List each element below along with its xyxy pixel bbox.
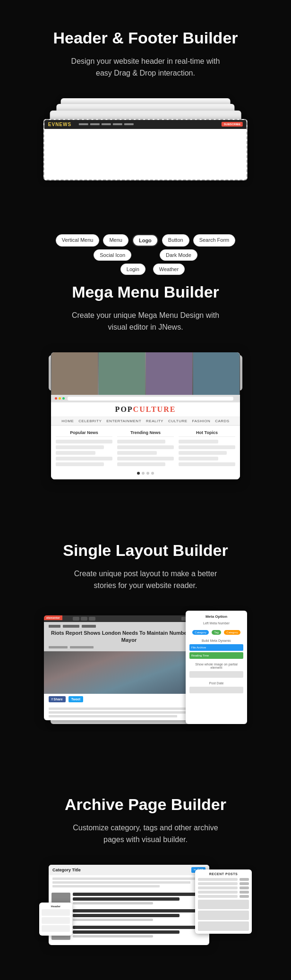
- mega-col-popular-title: Popular News: [56, 430, 112, 437]
- mega-item: [56, 462, 104, 466]
- archive-article-text-2: [73, 909, 206, 921]
- panel-section-2: Build Meta Dynamic File Archive Reading …: [189, 639, 243, 659]
- mega-item: [179, 457, 218, 460]
- sidebar-label-2: [198, 882, 238, 885]
- sidebar-thumbnails: [198, 900, 249, 931]
- mega-col-trending: Trending News: [117, 430, 174, 468]
- article-title: Riots Report Shows London Needs To Maint…: [49, 630, 209, 644]
- nav-item-culture: CULTURE: [168, 419, 188, 423]
- toolbar-social-icon[interactable]: Social Icon: [94, 249, 131, 261]
- mega-item: [179, 451, 227, 455]
- mega-menu-top-image: [51, 352, 240, 395]
- archive-preview: Category Title ✏ Edit: [39, 865, 252, 980]
- toolbar-search-form[interactable]: Search Form: [193, 234, 236, 247]
- sidebar-item-4: [198, 891, 249, 894]
- pop-menu-nav: HOME CELEBRITY ENTERTAINMENT REALITY CUL…: [51, 417, 240, 426]
- img-block-2: [99, 352, 145, 395]
- toolbar-row-2: Social Icon Dark Mode: [94, 249, 197, 261]
- nav-item-celebrity: CELEBRITY: [78, 419, 102, 423]
- builder-toolbar: Vertical Menu Menu Logo Button Search Fo…: [37, 230, 254, 279]
- sidebar-label-1: [198, 878, 238, 881]
- pop-culture-bar: POPCULTURE: [51, 402, 240, 417]
- sidebar-item-5: [198, 895, 249, 898]
- header-panel-label: Header: [42, 905, 70, 908]
- nav-item-fashion: FASHION: [192, 419, 211, 423]
- share-facebook-btn[interactable]: f Share: [49, 696, 66, 702]
- nav-item-entertainment: ENTERTAINMENT: [106, 419, 141, 423]
- mega-item: [179, 462, 235, 466]
- sidebar-card-title: RECENT POSTS: [198, 872, 249, 876]
- archive-desc: Customize category, tags and other archi…: [65, 822, 226, 846]
- panel-label-post-date: Post Date: [189, 682, 243, 685]
- single-layout-title: Single Layout Builder: [19, 541, 272, 560]
- share-twitter-btn[interactable]: Tweet: [68, 696, 83, 702]
- toolbar-dark-mode[interactable]: Dark Mode: [160, 249, 197, 261]
- nav-item-reality: REALITY: [146, 419, 163, 423]
- panel-tag-tag[interactable]: Tag: [212, 630, 221, 635]
- mega-menu-card: POPCULTURE HOME CELEBRITY ENTERTAINMENT …: [51, 352, 240, 479]
- browser-dots: [55, 397, 65, 400]
- toolbar-login[interactable]: Login: [120, 264, 146, 275]
- panel-label-3: Show whole image on partial element: [189, 663, 243, 669]
- archive-article-row-3: [51, 926, 206, 940]
- panel-btn-file-archive[interactable]: File Archive: [189, 644, 243, 651]
- panel-tag-category[interactable]: Category: [192, 630, 208, 635]
- article-meta-bar: [49, 625, 209, 628]
- dot-red: [55, 397, 57, 400]
- sidebar-label-3: [198, 886, 238, 889]
- sidebar-item-3: [198, 886, 249, 889]
- panel-section-3: Show whole image on partial element: [189, 663, 243, 678]
- toolbar-weather[interactable]: Weather: [153, 264, 185, 275]
- panel-post-date-field[interactable]: [189, 687, 243, 693]
- pop-culture-logo: POPCULTURE: [115, 405, 176, 414]
- panel-tag-category2[interactable]: Category: [224, 630, 240, 635]
- sidebar-label-4: [198, 891, 238, 894]
- panel-btn-reading-time[interactable]: Reading Time: [189, 652, 243, 659]
- headline-line-4: [73, 914, 180, 917]
- elementor-panel: Meta Option Left Meta Number Category Ta…: [186, 611, 247, 724]
- headline-line-1: [73, 893, 206, 896]
- header-footer-section: Header & Footer Builder Design your webs…: [0, 0, 291, 254]
- mega-col-popular: Popular News: [56, 430, 112, 468]
- browser-dots-bar: [51, 395, 240, 402]
- sidebar-label-5: [198, 895, 238, 898]
- mega-col-trending-title: Trending News: [117, 430, 174, 437]
- mega-col-hot: Hot Topics: [179, 430, 235, 468]
- mega-menu-desc: Create your unique Mega Menu Design with…: [65, 309, 226, 333]
- header-left-panel: Header: [39, 903, 72, 936]
- subscribe-btn: SUBSCRIBE: [222, 122, 243, 127]
- single-layout-preview: elementor Riots Report Shows London: [44, 611, 247, 733]
- toolbar-row-3: Login Weather: [88, 264, 203, 275]
- browser-url-bar: [68, 397, 233, 401]
- mega-dropdown: Popular News Trending News: [51, 426, 240, 479]
- article-sub-3: [73, 935, 153, 937]
- headline-line-5: [73, 926, 206, 929]
- mega-item: [117, 445, 174, 449]
- panel-label-2: Build Meta Dynamic: [189, 639, 243, 642]
- toolbar-button[interactable]: Button: [162, 234, 189, 247]
- article-sub-1: [73, 902, 153, 904]
- archive-main-card: Category Title ✏ Edit: [49, 865, 209, 945]
- toolbar-menu[interactable]: Menu: [103, 234, 128, 247]
- article-sub-2: [73, 919, 153, 921]
- toolbar-vertical-menu[interactable]: Vertical Menu: [56, 234, 100, 247]
- single-layout-section: Single Layout Builder Create unique post…: [0, 512, 291, 767]
- mega-item: [56, 451, 95, 455]
- archive-section: Archive Page Builder Customize category,…: [0, 767, 291, 980]
- archive-articles: [49, 890, 209, 945]
- archive-article-text-3: [73, 926, 206, 937]
- panel-title: Meta Option: [189, 614, 243, 619]
- header-panel-block-1: [42, 909, 70, 916]
- sidebar-count-4: [240, 891, 249, 894]
- main-nav-bar: EVNEWS SUBSCRIBE: [44, 120, 247, 129]
- mega-item: [179, 445, 235, 449]
- archive-title: Archive Page Builder: [19, 795, 272, 814]
- article-sub-meta: [49, 646, 209, 648]
- toolbar-logo[interactable]: Logo: [132, 234, 158, 247]
- img-block-3: [146, 352, 192, 395]
- header-panel-block-3: [42, 925, 70, 932]
- dot-green: [62, 397, 65, 400]
- mega-item: [56, 440, 112, 443]
- header-footer-title: Header & Footer Builder: [19, 28, 272, 48]
- panel-partial-element[interactable]: [189, 671, 243, 678]
